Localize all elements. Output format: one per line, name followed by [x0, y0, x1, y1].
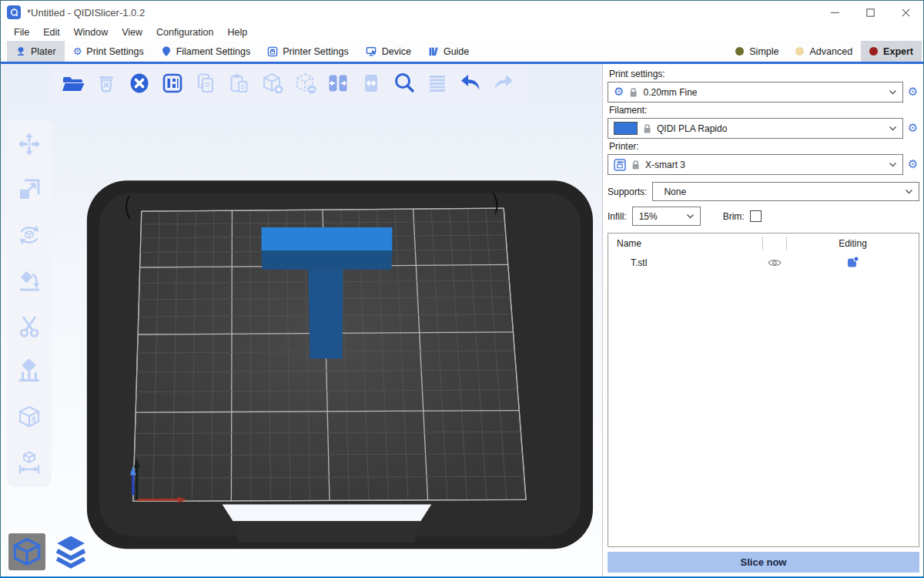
menu-configuration[interactable]: Configuration — [149, 27, 220, 38]
filament-gear-button[interactable]: ⚙ — [906, 123, 919, 134]
mode-expert[interactable]: Expert — [861, 41, 922, 62]
supports-label: Supports: — [608, 187, 647, 197]
seam-tool[interactable] — [16, 404, 42, 430]
object-list-row[interactable]: T.stl — [608, 253, 919, 273]
expert-mode-dot-icon — [869, 47, 878, 55]
preview-view-button[interactable] — [52, 533, 89, 570]
tab-bar: Plater ⚙ Print Settings Filament Setting… — [1, 41, 923, 64]
name-column-header: Name — [608, 238, 762, 249]
supports-value: None — [664, 187, 686, 197]
menu-window[interactable]: Window — [67, 27, 115, 38]
add-instance-button[interactable] — [259, 70, 285, 96]
printer-combo[interactable]: X-smart 3 — [608, 154, 903, 175]
close-button[interactable] — [888, 1, 923, 24]
arrange-button[interactable] — [159, 70, 186, 96]
window-title: *Untitled - QIDISlicer-1.0.2 — [27, 7, 145, 18]
mode-label: Expert — [883, 46, 913, 57]
tab-guide[interactable]: Guide — [420, 41, 477, 62]
infill-combo[interactable]: 15% — [632, 207, 701, 226]
delete-all-button[interactable] — [126, 70, 152, 96]
tab-label: Plater — [31, 46, 56, 57]
split-to-objects-button[interactable] — [325, 70, 351, 96]
open-button[interactable] — [60, 70, 86, 96]
print-settings-gear-button[interactable]: ⚙ — [906, 86, 919, 98]
paste-button[interactable] — [226, 70, 252, 96]
menu-edit[interactable]: Edit — [36, 27, 67, 38]
eye-icon — [768, 258, 782, 267]
lock-icon — [629, 87, 638, 97]
view-toggles — [8, 533, 89, 570]
layers-icon — [54, 535, 88, 569]
mode-advanced[interactable]: Advanced — [787, 41, 861, 62]
guide-icon — [428, 46, 439, 57]
printer-gear-button[interactable]: ⚙ — [906, 159, 919, 170]
menu-file[interactable]: File — [7, 27, 36, 38]
3d-viewport[interactable] — [1, 64, 602, 576]
filament-value: QIDI PLA Rapido — [657, 123, 727, 134]
3d-viewport-canvas[interactable] — [1, 64, 602, 576]
printer-label: Printer: — [609, 141, 919, 152]
chevron-down-icon — [889, 162, 897, 167]
minimize-button[interactable] — [817, 1, 852, 24]
lock-icon — [643, 123, 651, 133]
remove-instance-button[interactable] — [292, 70, 318, 96]
variable-layer-height-button[interactable] — [424, 70, 450, 96]
tab-filament-settings[interactable]: Filament Settings — [152, 41, 259, 62]
measure-tool[interactable] — [16, 449, 42, 476]
maximize-button[interactable] — [852, 1, 888, 24]
object-list: Name Editing T.stl — [608, 233, 919, 547]
paint-supports-tool[interactable] — [16, 358, 42, 385]
gear-icon: ⚙ — [614, 86, 624, 98]
mode-simple[interactable]: Simple — [727, 41, 787, 62]
settings-panel: Print settings: ⚙ 0.20mm Fine ⚙ Filament… — [602, 64, 923, 576]
filament-color-swatch — [614, 122, 638, 135]
tab-label: Filament Settings — [176, 46, 251, 57]
gizmo-toolbar — [7, 119, 52, 487]
copy-button[interactable] — [192, 70, 219, 96]
split-to-parts-button[interactable] — [358, 70, 384, 96]
rotate-tool[interactable] — [16, 222, 42, 248]
mode-label: Advanced — [809, 46, 852, 57]
object-list-header: Name Editing — [608, 234, 919, 253]
gear-icon: ⚙ — [73, 46, 82, 56]
edit-icon — [847, 256, 859, 268]
tab-printer-settings[interactable]: Printer Settings — [259, 41, 357, 62]
chevron-down-icon — [905, 189, 913, 194]
title-bar: *Untitled - QIDISlicer-1.0.2 — [1, 1, 923, 24]
visibility-toggle[interactable] — [763, 258, 786, 267]
redo-button[interactable] — [490, 70, 517, 96]
supports-combo[interactable]: None — [652, 182, 919, 201]
filament-combo[interactable]: QIDI PLA Rapido — [608, 118, 903, 139]
printer-icon — [267, 46, 278, 57]
plater-toolbar — [50, 65, 527, 101]
place-on-face-tool[interactable] — [16, 267, 42, 294]
chevron-down-icon — [889, 126, 897, 131]
column-separator — [762, 237, 763, 250]
app-logo-icon — [7, 5, 21, 19]
object-name: T.stl — [608, 257, 762, 268]
tab-device[interactable]: Device — [357, 41, 420, 62]
undo-button[interactable] — [457, 70, 484, 96]
print-settings-combo[interactable]: ⚙ 0.20mm Fine — [608, 82, 903, 102]
menu-help[interactable]: Help — [220, 27, 254, 38]
move-tool[interactable] — [16, 131, 42, 157]
simple-mode-dot-icon — [735, 47, 744, 55]
3d-editor-view-button[interactable] — [8, 533, 45, 570]
tab-label: Print Settings — [86, 46, 143, 57]
tab-plater[interactable]: Plater — [7, 41, 65, 62]
tab-print-settings[interactable]: ⚙ Print Settings — [65, 41, 152, 62]
cut-tool[interactable] — [16, 313, 42, 339]
tab-label: Guide — [444, 46, 469, 57]
edit-object-button[interactable] — [787, 256, 919, 271]
menu-bar: File Edit Window View Configuration Help — [1, 24, 923, 41]
menu-view[interactable]: View — [115, 27, 149, 38]
filament-icon — [161, 46, 172, 57]
infill-value: 15% — [639, 211, 658, 222]
brim-checkbox[interactable] — [750, 210, 762, 222]
slice-now-button[interactable]: Slice now — [608, 552, 919, 573]
search-button[interactable] — [391, 70, 417, 96]
chevron-down-icon — [889, 89, 897, 95]
scale-tool[interactable] — [16, 176, 42, 203]
delete-button[interactable] — [93, 70, 119, 96]
mode-selector: Simple Advanced Expert — [727, 41, 923, 62]
